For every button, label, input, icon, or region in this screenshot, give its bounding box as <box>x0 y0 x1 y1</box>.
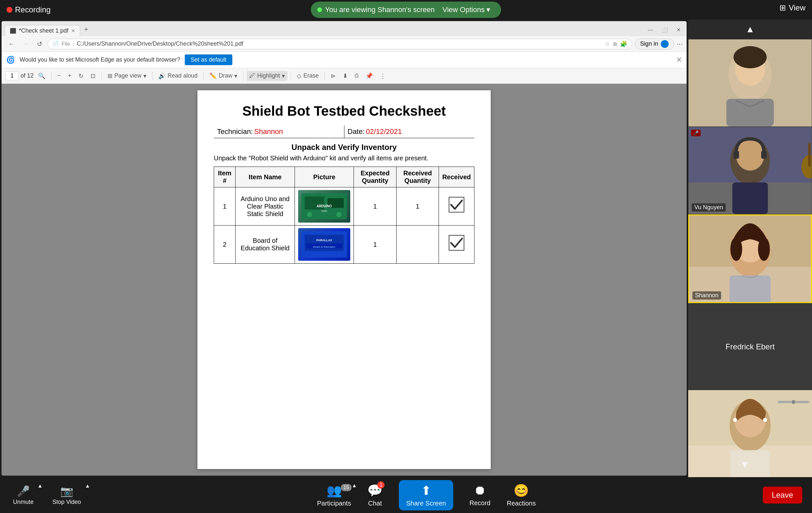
video-arrow[interactable]: ▲ <box>85 483 90 489</box>
leave-label: Leave <box>772 490 793 499</box>
pdf-content[interactable]: Shield Bot Testbed Checksheet Technician… <box>2 84 687 476</box>
participants-chevron[interactable]: ▲ <box>352 483 357 489</box>
print-button[interactable]: ⎙ <box>352 71 361 81</box>
more-button[interactable]: ··· <box>677 40 683 48</box>
zoom-in-button[interactable]: + <box>65 71 74 81</box>
person1-bg <box>689 39 812 126</box>
chat-label: Chat <box>368 500 382 507</box>
chevron-down-icon-pv: ▾ <box>143 73 146 80</box>
unmute-arrow[interactable]: ▲ <box>37 483 43 489</box>
svg-rect-34 <box>730 276 771 302</box>
extensions-icon: 🧩 <box>620 40 627 48</box>
save-button[interactable]: ⬇ <box>340 71 350 81</box>
recording-dot <box>6 7 12 13</box>
col-expected-qty: Expected Quantity <box>354 167 397 188</box>
back-button[interactable]: ← <box>5 39 17 49</box>
parallax-image: PARALLAX Board of Education <box>298 228 350 261</box>
draw-button[interactable]: ✏️ Draw ▾ <box>207 71 240 81</box>
item-name-1: Arduino Uno and Clear Plastic Static Shi… <box>236 188 295 226</box>
right-panel: ▲ <box>688 20 812 477</box>
item-num-1: 1 <box>214 188 236 226</box>
page-number-input[interactable] <box>5 72 19 80</box>
share-button[interactable]: ⊳ <box>328 71 338 81</box>
erase-icon: ◇ <box>297 73 301 80</box>
view-button[interactable]: ⊞ View <box>779 3 806 12</box>
browser-chrome: ⬛ *Check sheet 1.pdf ✕ + — ⬜ ✕ ← → ↺ 📄 <box>2 21 687 84</box>
date-label: Date: <box>348 127 365 136</box>
svg-rect-39 <box>795 401 809 403</box>
table-row: 1 Arduino Uno and Clear Plastic Static S… <box>214 188 474 226</box>
address-separator: | <box>72 40 74 47</box>
refresh-button[interactable]: ↺ <box>34 39 45 49</box>
close-tab-button[interactable]: ✕ <box>71 28 75 34</box>
sharing-banner: You are viewing Shannon's screen View Op… <box>311 2 501 18</box>
svg-rect-38 <box>778 401 791 403</box>
fit-button[interactable]: ⊡ <box>88 71 98 81</box>
participants-count: 15 <box>341 484 352 491</box>
read-aloud-button[interactable]: 🔊 Read aloud <box>156 71 200 81</box>
chat-section: 💬 Chat 1 <box>367 483 382 507</box>
view-options-button[interactable]: View Options ▾ <box>438 4 495 16</box>
participants-icon: 👥 <box>326 483 342 498</box>
new-tab-button[interactable]: + <box>82 24 91 35</box>
search-button[interactable]: 🔍 <box>35 71 48 81</box>
maximize-button[interactable]: ⬜ <box>659 25 671 34</box>
record-label: Record <box>469 499 490 507</box>
bookmark-icon: ⊕ <box>613 40 617 48</box>
speaker-icon-vu: 🎤 <box>691 130 701 136</box>
sharing-message: You are viewing Shannon's screen <box>325 5 435 14</box>
reactions-label: Reactions <box>507 500 536 507</box>
participants-label: Participants <box>317 500 351 507</box>
scroll-up-button[interactable]: ▲ <box>688 20 812 39</box>
unmute-button[interactable]: 🎤 Unmute <box>10 483 37 508</box>
set-as-default-button[interactable]: Set as default <box>185 54 232 65</box>
svg-point-3 <box>307 212 312 217</box>
address-actions: ☆ ⊕ 🧩 <box>605 40 627 48</box>
browser-area: ⬛ *Check sheet 1.pdf ✕ + — ⬜ ✕ ← → ↺ 📄 <box>1 21 687 476</box>
page-total: of 12 <box>21 73 34 79</box>
toolbar-separator-4 <box>203 72 204 80</box>
expected-qty-2: 1 <box>354 226 397 264</box>
svg-text:UNO: UNO <box>321 209 327 212</box>
close-window-button[interactable]: ✕ <box>674 25 683 34</box>
pdf-instruction: Unpack the "Robot Shield with Arduino" k… <box>214 154 474 162</box>
forward-button[interactable]: → <box>20 39 32 49</box>
participant-name-shannon: Shannon <box>692 291 721 300</box>
pdf-header-row: Technician: Shannon Date: 02/12/2021 <box>214 125 474 138</box>
highlight-button[interactable]: 🖊 Highlight ▾ <box>246 71 287 81</box>
speaker-icon: 🔊 <box>158 73 166 80</box>
more-tools-button[interactable]: ⋮ <box>377 71 388 81</box>
video-tile-person1 <box>688 39 812 127</box>
toolbar-separator-5 <box>243 72 243 80</box>
pin-button[interactable]: 📌 <box>363 71 375 81</box>
record-icon: ⏺ <box>474 483 486 497</box>
technician-label: Technician: <box>217 127 253 136</box>
received-check-2 <box>439 226 474 264</box>
received-qty-1: 1 <box>397 188 439 226</box>
browser-tab-pdf[interactable]: ⬛ *Check sheet 1.pdf ✕ <box>5 25 80 36</box>
zoom-out-button[interactable]: − <box>55 71 63 81</box>
erase-button[interactable]: ◇ Erase <box>294 71 321 81</box>
stop-video-button[interactable]: 📷 Stop Video <box>49 483 84 508</box>
svg-text:ARDUINO: ARDUINO <box>317 204 332 208</box>
item-picture-2: PARALLAX Board of Education <box>295 226 354 264</box>
reactions-button[interactable]: 😊 Reactions <box>507 483 536 507</box>
col-item-name: Item Name <box>236 167 295 188</box>
share-screen-icon: ⬆ <box>421 483 431 498</box>
page-view-button[interactable]: ⊞ Page view ▾ <box>105 71 149 81</box>
leave-button[interactable]: Leave <box>763 487 802 504</box>
default-browser-message: Would you like to set Microsoft Edge as … <box>20 56 180 63</box>
item-name-2: Board of Education Shield <box>236 226 295 264</box>
scroll-down-button[interactable]: ▼ <box>740 459 750 471</box>
close-browser-bar-button[interactable]: ✕ <box>676 56 682 64</box>
top-bar: Recording You are viewing Shannon's scre… <box>0 0 812 20</box>
svg-point-33 <box>758 237 770 261</box>
address-bar[interactable]: 📄 File | C:/Users/Shannon/OneDrive/Deskt… <box>48 39 632 49</box>
share-screen-button[interactable]: ⬆ Share Screen <box>399 480 453 510</box>
rotate-button[interactable]: ↻ <box>76 71 86 81</box>
sign-in-button[interactable]: Sign in <box>635 38 674 50</box>
record-button[interactable]: ⏺ Record <box>469 483 490 507</box>
video-icon: 📷 <box>60 485 73 497</box>
svg-text:Board of Education: Board of Education <box>313 246 335 248</box>
minimize-button[interactable]: — <box>645 25 656 34</box>
